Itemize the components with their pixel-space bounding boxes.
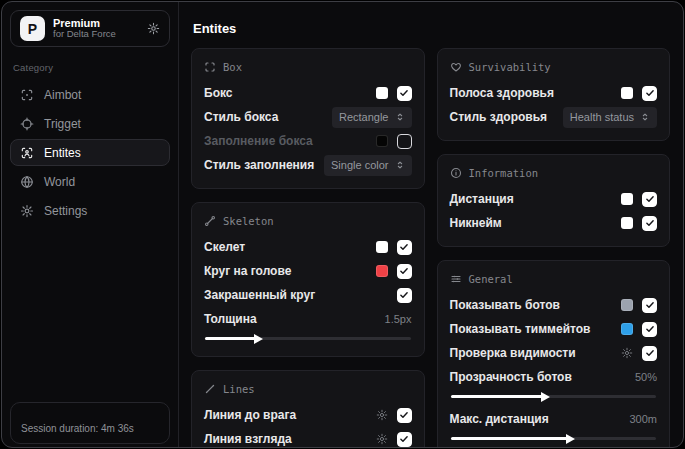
chevrons-up-down-icon xyxy=(395,160,405,170)
bots-opacity-slider[interactable] xyxy=(451,395,657,398)
panel-information: Information Дистанция Никнейм xyxy=(437,154,671,247)
setting-label: Толщина xyxy=(204,312,257,326)
panel-box: Box Бокс Стиль бокса Rectangle xyxy=(191,48,425,189)
setting-label: Показывать тиммейтов xyxy=(450,322,591,336)
setting-label: Линия до врага xyxy=(204,408,296,422)
sidebar-item-entites[interactable]: Entites xyxy=(10,139,170,166)
check-icon xyxy=(399,434,409,444)
setting-label: Стиль бокса xyxy=(204,110,278,124)
color-swatch[interactable] xyxy=(621,323,633,335)
color-swatch[interactable] xyxy=(621,193,633,205)
setting-row: Круг на голове xyxy=(204,259,412,283)
checkbox[interactable] xyxy=(397,432,412,447)
checkbox[interactable] xyxy=(397,408,412,423)
setting-row: Бокс xyxy=(204,81,412,105)
check-icon xyxy=(645,218,655,228)
category-label: Category xyxy=(13,62,170,73)
slider-thumb[interactable] xyxy=(254,334,263,344)
check-icon xyxy=(399,410,409,420)
gear-icon[interactable] xyxy=(147,22,160,35)
slider-thumb[interactable] xyxy=(541,392,550,402)
chevrons-up-down-icon xyxy=(640,112,650,122)
thickness-slider[interactable] xyxy=(205,337,411,340)
setting-row: Стиль заполнения Single color xyxy=(204,153,412,177)
checkbox[interactable] xyxy=(642,322,657,337)
fill-style-dropdown[interactable]: Single color xyxy=(324,155,411,176)
checkbox[interactable] xyxy=(397,264,412,279)
scan-icon xyxy=(204,61,216,73)
panel-title: Lines xyxy=(223,383,255,395)
setting-label: Скелет xyxy=(204,240,245,254)
brand-card: P Premium for Delta Force xyxy=(10,10,170,47)
setting-row: Полоса здоровья xyxy=(450,81,658,105)
info-icon xyxy=(450,167,462,179)
panel-title: Skeleton xyxy=(223,215,274,227)
setting-label: Показывать ботов xyxy=(450,298,560,312)
setting-row: Толщина 1.5px xyxy=(204,307,412,331)
sidebar-item-world[interactable]: World xyxy=(10,168,170,195)
checkbox[interactable] xyxy=(642,86,657,101)
slider-value: 1.5px xyxy=(385,313,412,325)
color-swatch[interactable] xyxy=(376,135,388,147)
setting-label: Макс. дистанция xyxy=(450,412,549,426)
box-style-dropdown[interactable]: Rectangle xyxy=(332,107,412,128)
sidebar-item-settings[interactable]: Settings xyxy=(10,197,170,224)
checkbox[interactable] xyxy=(642,216,657,231)
setting-label: Бокс xyxy=(204,86,232,100)
checkbox[interactable] xyxy=(397,134,412,149)
person-scan-icon xyxy=(20,146,34,160)
setting-row: Заполнение бокса xyxy=(204,129,412,153)
setting-label: Проверка видимости xyxy=(450,346,576,360)
crosshair-icon xyxy=(20,88,34,102)
checkbox[interactable] xyxy=(642,346,657,361)
chevrons-up-down-icon xyxy=(395,112,405,122)
setting-label: Линия взгляда xyxy=(204,432,292,446)
setting-row: Прозрачность ботов 50% xyxy=(450,365,658,389)
setting-row: Дистанция xyxy=(450,187,658,211)
page-title: Entites xyxy=(193,21,670,36)
checkbox[interactable] xyxy=(397,240,412,255)
setting-row: Никнейм xyxy=(450,211,658,235)
checkbox[interactable] xyxy=(642,298,657,313)
sidebar-item-label: Entites xyxy=(44,146,81,160)
setting-label: Заполнение бокса xyxy=(204,134,313,148)
globe-icon xyxy=(20,175,34,189)
setting-label: Дистанция xyxy=(450,192,514,206)
sliders-icon xyxy=(450,273,462,285)
bone-icon xyxy=(204,215,216,227)
check-icon xyxy=(645,348,655,358)
checkbox[interactable] xyxy=(642,192,657,207)
setting-row: Скелет xyxy=(204,235,412,259)
color-swatch[interactable] xyxy=(621,217,633,229)
check-icon xyxy=(645,324,655,334)
check-icon xyxy=(399,290,409,300)
gear-icon[interactable] xyxy=(621,347,633,359)
color-swatch[interactable] xyxy=(621,299,633,311)
setting-row: Показывать тиммейтов xyxy=(450,317,658,341)
setting-label: Стиль заполнения xyxy=(204,158,314,172)
dropdown-value: Health status xyxy=(570,111,634,123)
slider-thumb[interactable] xyxy=(566,434,575,444)
setting-row: Линия до врага xyxy=(204,403,412,427)
setting-label: Закрашенный круг xyxy=(204,288,315,302)
panel-title: Box xyxy=(223,61,242,73)
checkbox[interactable] xyxy=(397,288,412,303)
setting-label: Круг на голове xyxy=(204,264,291,278)
sidebar-item-aimbot[interactable]: Aimbot xyxy=(10,81,170,108)
sidebar-item-trigget[interactable]: Trigget xyxy=(10,110,170,137)
checkbox[interactable] xyxy=(397,86,412,101)
color-swatch[interactable] xyxy=(376,87,388,99)
gear-icon[interactable] xyxy=(376,409,388,421)
session-duration-card: Session duration: 4m 36s xyxy=(10,402,170,444)
setting-row: Макс. дистанция 300m xyxy=(450,407,658,431)
color-swatch[interactable] xyxy=(376,265,388,277)
sidebar-item-label: World xyxy=(44,175,75,189)
health-style-dropdown[interactable]: Health status xyxy=(563,107,657,128)
color-swatch[interactable] xyxy=(376,241,388,253)
brand-logo: P xyxy=(20,16,45,41)
gear-icon[interactable] xyxy=(376,433,388,445)
max-distance-slider[interactable] xyxy=(451,437,657,440)
app-window: P Premium for Delta Force Category Aimbo… xyxy=(1,1,684,448)
setting-row: Проверка видимости xyxy=(450,341,658,365)
color-swatch[interactable] xyxy=(621,87,633,99)
